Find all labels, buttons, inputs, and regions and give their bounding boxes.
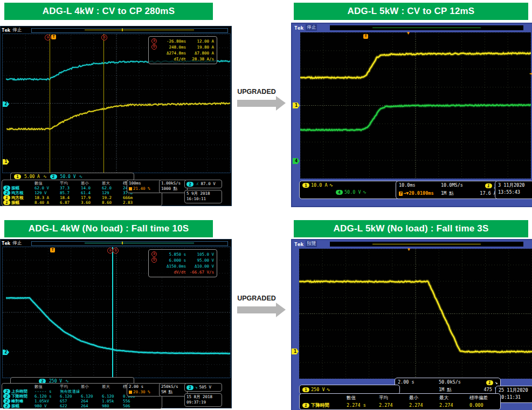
cell-value: ----- s	[34, 389, 60, 394]
horizontal-position-bar	[31, 241, 228, 246]
cell-value: 6.120	[81, 394, 102, 399]
channel-scale-box: 1 10.0 A ∿ 4 50.0 V ∿	[299, 181, 401, 199]
row-label: 振幅	[11, 404, 19, 408]
trigger-source-badge: 2	[186, 182, 194, 187]
cell-value: 129	[102, 190, 123, 195]
channel-4-scale: 50.0 V	[344, 189, 361, 196]
tek-logo: Tek	[294, 241, 303, 247]
trigger-source-badge: 1	[485, 183, 492, 188]
cell-value: 19.2	[102, 195, 123, 200]
cell-value: 1.05k	[102, 399, 123, 404]
cell-value: 85.7	[60, 190, 81, 195]
trigger-slope-icon: ↘	[195, 385, 198, 390]
col-header: 平均	[60, 181, 81, 186]
channel-1-badge: 1	[302, 183, 309, 188]
row-channel-badge: 2	[3, 394, 10, 399]
col-header: 最小	[81, 384, 102, 389]
panel-title-text: ADG-L 4kW (No load) : Fall time 10S	[29, 223, 189, 234]
coupling-icon: ∿	[79, 174, 83, 179]
time-value: 13:55:43	[498, 189, 530, 196]
date-value: 15 8月 2018	[186, 394, 220, 400]
row-label: 振幅	[11, 186, 19, 190]
cursor-a-marker: a	[45, 35, 51, 40]
cell-value: 14.0	[81, 186, 102, 190]
acquisition-status: 停止	[12, 27, 22, 33]
cell-value: 622	[60, 404, 81, 408]
col-header: 數值	[34, 384, 60, 389]
panel-title-bottom-right: ADG-L 5kW (No load) : Fall time 3S	[294, 220, 528, 237]
right-arrow-icon	[237, 306, 276, 313]
record-view-bar	[372, 28, 481, 28]
trigger-level: 17.6 A	[472, 190, 496, 198]
row-label: 均方根	[11, 190, 24, 195]
slope-label: dI/dt	[158, 56, 186, 62]
cell-value: 61.4	[81, 190, 102, 195]
horizontal-trigger-box: 2.00 s 50.0kS/s 1↘ 1M 點 475 V	[395, 378, 501, 395]
slope-value: 28.38 A/s	[186, 56, 214, 62]
col-header: 最大	[102, 181, 123, 186]
cell-value: 129 V	[34, 190, 60, 195]
scope-header: Tek 停止	[292, 24, 532, 31]
cell-value: 2.83	[123, 200, 148, 205]
row-channel-badge: 1	[3, 195, 10, 200]
delay-time: →▼20.0100ms	[403, 190, 433, 196]
slope-label: dV/dt	[158, 269, 186, 275]
cell-value: 18.4	[60, 195, 81, 200]
panel-title-text: ADG-L 4kW : CV to CP 280mS	[43, 6, 175, 17]
scope-header: Tek 停止	[1, 26, 231, 33]
record-view-bar	[372, 244, 481, 244]
date-value: 5 9月 2018	[186, 191, 220, 196]
cell-value: 506	[123, 404, 148, 408]
trigger-level-arrow-icon: ◄	[529, 71, 532, 76]
col-header: 最大	[439, 394, 469, 402]
row-label: 下降時間	[11, 394, 27, 399]
cell-value: 17.9	[81, 195, 102, 200]
row-channel-badge: 1	[302, 403, 309, 408]
trigger-pos-percent: 20.30 %	[133, 390, 150, 394]
timebase-value: 10.0ms	[399, 182, 441, 190]
cursor-a-time: 5.850 s	[158, 251, 186, 257]
trigger-slope-icon: ㄨ	[195, 181, 199, 187]
sample-rate: 50.0kS/s	[439, 379, 472, 386]
datetime-box: 5 9月 2018 16:10:11	[184, 190, 222, 203]
channel-4-marker: 4	[293, 158, 300, 164]
col-header: 標準偏差	[469, 394, 498, 402]
waveform-graticule	[300, 32, 531, 179]
row-label: 上升時間	[11, 389, 27, 394]
panel-title-text: ADG-L 5kW : CV to CP 12mS	[348, 6, 475, 17]
cursor-b-icon: b	[151, 44, 157, 50]
acquisition-status: 預覽	[306, 241, 317, 247]
datetime-box: 25 11月2020 10:11:31	[495, 386, 532, 403]
record-length: 5M 點	[161, 390, 185, 395]
channel-1-badge: 1	[14, 174, 21, 179]
cell-value: 37.3	[60, 186, 81, 190]
cell-value	[81, 389, 102, 394]
panel-title-top-left: ADG-L 4kW : CV to CP 280mS	[4, 3, 213, 20]
record-box: 1.00kS/s 1000 點	[159, 180, 188, 193]
trigger-pos-percent: 21.40 %	[133, 186, 150, 191]
cursor-readout: a -26.80ms 12.00 A b 248.0ms 19.80 A Δ27…	[148, 36, 217, 64]
cursor-b-icon: b	[151, 257, 157, 263]
cell-value: 2.274	[439, 402, 469, 409]
trigger-source-badge: 2	[186, 385, 194, 390]
scope-header: Tek 預覽	[292, 240, 532, 248]
cursor-b-marker: b	[113, 248, 119, 254]
trigger-box: 2 ㄨ 87.0 V	[184, 180, 222, 188]
oscilloscope-top-left: Tek 停止 a T b a -26.80ms 12.00 A b 248.0m…	[0, 26, 232, 206]
cell-value: 2.274	[379, 402, 409, 409]
cursor-a-value: 105.0 V	[186, 251, 214, 257]
row-label: 均方根	[11, 195, 24, 200]
col-header: 最小	[81, 181, 102, 186]
date-value: 25 11月2020	[499, 387, 531, 394]
cell-value: 6.120	[102, 394, 123, 399]
channel-1-scale: 250 V	[311, 386, 325, 393]
acquisition-status: 停止	[12, 240, 22, 247]
time-value: 09:37:19	[186, 400, 220, 405]
horizontal-position-bar	[330, 242, 523, 247]
horizontal-position-bar	[330, 25, 523, 30]
scope-header: Tek 停止	[1, 240, 231, 247]
row-channel-badge: 2	[3, 190, 10, 195]
cell-value: 6.87	[60, 200, 81, 205]
panel-title-top-right: ADG-L 5kW : CV to CP 12mS	[294, 3, 528, 20]
sample-rate: 10.0MS/s	[441, 182, 472, 190]
